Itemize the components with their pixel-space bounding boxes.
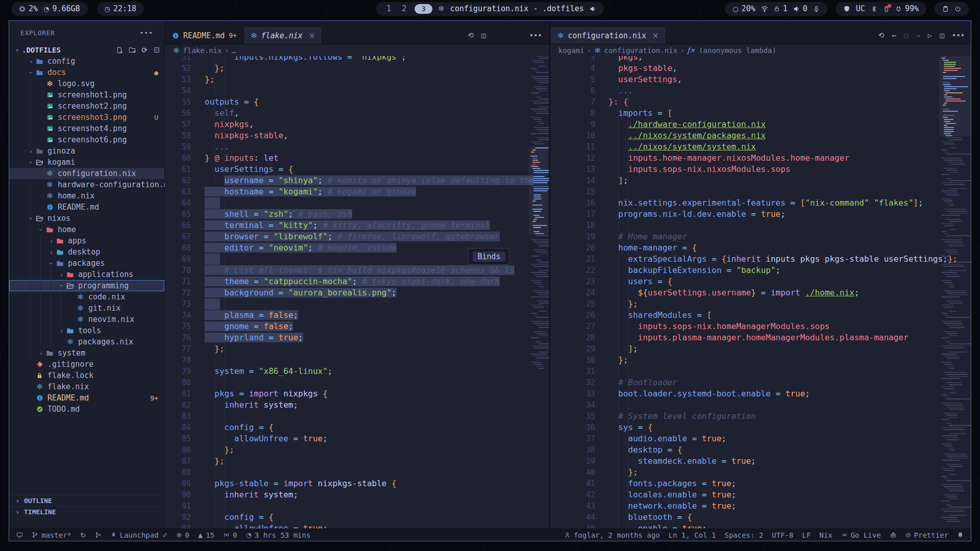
tree-item-screenshot1.png[interactable]: screenshot1.png bbox=[9, 89, 164, 101]
statusbar-item[interactable] bbox=[957, 532, 964, 538]
tree-item-flake.nix[interactable]: ❄flake.nix bbox=[9, 381, 164, 392]
workspace-2[interactable]: 2 bbox=[399, 4, 409, 13]
timeline-section[interactable]: › TIMELINE bbox=[9, 506, 164, 517]
editor-action-button[interactable]: ▷ bbox=[928, 31, 932, 39]
explorer-more-actions-button[interactable]: ••• bbox=[140, 29, 153, 37]
breadcrumb-segment[interactable]: configuration.nix bbox=[604, 46, 677, 55]
tree-item-screenshot4.png[interactable]: screenshot4.png bbox=[9, 123, 164, 134]
tab-flake.nix[interactable]: ❄flake.nix× bbox=[244, 27, 322, 44]
editor-action-button[interactable]: ← bbox=[892, 31, 896, 39]
statusbar-item-3[interactable]: ◔3 hrs 53 mins bbox=[246, 531, 310, 539]
device-item[interactable] bbox=[883, 6, 890, 12]
statusbar-item[interactable] bbox=[95, 532, 102, 538]
tree-item-configuration.nix[interactable]: ❄configuration.nix bbox=[9, 168, 164, 179]
editor-action-button[interactable]: ◫ bbox=[940, 31, 944, 39]
status-item[interactable] bbox=[761, 5, 768, 12]
tree-item-.gitignore[interactable]: .gitignore bbox=[9, 359, 164, 370]
editor-flake-nix[interactable]: 51 inputs.nixpkgs.follows = "nixpkgs";52… bbox=[165, 44, 549, 529]
refresh-button[interactable]: ⟳ bbox=[141, 46, 148, 54]
outline-section[interactable]: › OUTLINE bbox=[9, 495, 164, 506]
breadcrumb-segment[interactable]: (anonymous lambda) bbox=[699, 46, 776, 55]
tree-item-system[interactable]: ›system bbox=[9, 347, 164, 359]
tree-item-screenshot2.png[interactable]: screenshot2.png bbox=[9, 101, 164, 112]
breadcrumb-segment[interactable]: kogami bbox=[558, 46, 584, 55]
system-stat[interactable]: ◔9.66GB bbox=[43, 4, 80, 13]
statusbar-item-0[interactable]: 0 bbox=[223, 531, 237, 539]
new-folder-button[interactable] bbox=[129, 46, 136, 54]
tree-item-ginoza[interactable]: ›ginoza bbox=[9, 145, 164, 157]
statusbar-item-ln[interactable]: Ln 1, Col 1 bbox=[669, 531, 716, 539]
statusbar-item-0[interactable]: ⊗0 bbox=[177, 531, 189, 539]
device-item[interactable] bbox=[871, 6, 877, 12]
device-item[interactable]: 99% bbox=[895, 4, 919, 13]
new-file-button[interactable] bbox=[116, 46, 123, 54]
breadcrumb-segment[interactable]: flake.nix bbox=[183, 46, 222, 55]
clock-item[interactable]: ◷22:18 bbox=[105, 4, 137, 13]
tree-item-kogami[interactable]: ›kogami bbox=[9, 157, 164, 168]
status-item[interactable]: 1 bbox=[774, 4, 788, 13]
workspace-3[interactable]: 3 bbox=[414, 4, 432, 14]
tree-item-git.nix[interactable]: ❄git.nix bbox=[9, 303, 164, 314]
editor-action-button[interactable]: ••• bbox=[952, 31, 965, 39]
tab-readme.md[interactable]: README.md9+ bbox=[165, 27, 244, 44]
breadcrumb-segment[interactable]: … bbox=[232, 46, 236, 55]
tree-item-config[interactable]: ›config bbox=[9, 56, 164, 67]
minimap[interactable] bbox=[940, 44, 970, 529]
statusbar-item-15[interactable]: ▲15 bbox=[198, 531, 214, 539]
tree-item-nixos[interactable]: ›nixos bbox=[9, 213, 164, 224]
editor-action-button[interactable]: ••• bbox=[529, 31, 542, 39]
tree-item-docs[interactable]: ›docs● bbox=[9, 67, 164, 78]
tree-item-desktop[interactable]: ›desktop bbox=[9, 246, 164, 258]
workspace-1[interactable]: 1 bbox=[384, 4, 394, 13]
breadcrumbs-right[interactable]: kogami›❄configuration.nix›ƒ×(anonymous l… bbox=[550, 44, 971, 56]
minimap-slider[interactable] bbox=[939, 48, 971, 136]
tree-item-logo.svg[interactable]: ✻logo.svg bbox=[9, 78, 164, 89]
breadcrumbs-left[interactable]: ❄flake.nix›… bbox=[165, 44, 549, 56]
minimap[interactable] bbox=[530, 44, 547, 529]
tree-item-home[interactable]: ›home bbox=[9, 224, 164, 235]
tree-item-todo.md[interactable]: TODO.md bbox=[9, 404, 164, 415]
system-stat[interactable]: 2% bbox=[19, 4, 38, 13]
close-icon[interactable]: × bbox=[652, 31, 659, 40]
device-item[interactable]: UC bbox=[856, 4, 865, 13]
tree-item-home.nix[interactable]: ❄home.nix bbox=[9, 190, 164, 202]
editor-action-button[interactable]: ⟲ bbox=[878, 31, 885, 39]
tree-item-readme.md[interactable]: README.md bbox=[9, 202, 164, 213]
status-item[interactable]: ○20% bbox=[732, 4, 755, 13]
close-icon[interactable]: × bbox=[309, 31, 315, 40]
tree-item-flake.lock[interactable]: flake.lock bbox=[9, 370, 164, 381]
editor-action-button[interactable]: ⟲ bbox=[468, 31, 474, 39]
statusbar-item-go[interactable]: Go Live bbox=[841, 531, 881, 539]
tree-item-apps[interactable]: ›apps bbox=[9, 235, 164, 246]
editor-action-button[interactable]: ◫ bbox=[481, 31, 485, 39]
tab-configuration.nix[interactable]: ❄configuration.nix× bbox=[551, 27, 666, 44]
editor-action-button[interactable]: ○ bbox=[904, 31, 908, 39]
tree-item-packages[interactable]: ›packages bbox=[9, 258, 164, 269]
statusbar-item-spaces[interactable]: Spaces: 2 bbox=[724, 531, 763, 539]
power-item[interactable] bbox=[942, 6, 949, 12]
tree-item-screenshot6.png[interactable]: screenshot6.png bbox=[9, 134, 164, 145]
device-item[interactable] bbox=[843, 5, 850, 12]
power-item[interactable] bbox=[954, 6, 961, 12]
statusbar-item-master*[interactable]: master* bbox=[32, 531, 71, 539]
statusbar-item[interactable] bbox=[16, 532, 23, 538]
tree-root-dotfiles[interactable]: ›.DOTFILES⟳ bbox=[9, 44, 164, 56]
statusbar-item[interactable] bbox=[890, 532, 897, 539]
tree-item-applications[interactable]: ›applications bbox=[9, 269, 164, 280]
statusbar-item-utf-8[interactable]: UTF-8 bbox=[772, 531, 793, 539]
tree-item-programming[interactable]: ›programming bbox=[9, 280, 164, 291]
tree-item-tools[interactable]: ›tools bbox=[9, 325, 164, 336]
statusbar-item-nix[interactable]: Nix bbox=[819, 531, 832, 539]
statusbar-item-foglar[interactable]: foglar, 2 months ago bbox=[564, 531, 660, 539]
status-item[interactable] bbox=[813, 6, 820, 12]
tree-item-hardware-configuration.nix[interactable]: ❄hardware-configuration.nix bbox=[9, 179, 164, 190]
editor-configuration-nix[interactable]: 3 pkgs,4 pkgs-stable,5 userSettings,6 ..… bbox=[550, 44, 971, 529]
tree-item-screenshot3.png[interactable]: screenshot3.pngU bbox=[9, 112, 164, 123]
minimap-slider[interactable] bbox=[529, 146, 548, 234]
tree-item-packages.nix[interactable]: ❄packages.nix bbox=[9, 336, 164, 347]
statusbar-item-prettier[interactable]: ⊘Prettier bbox=[905, 531, 948, 539]
tree-item-code.nix[interactable]: ❄code.nix bbox=[9, 291, 164, 303]
statusbar-item-lf[interactable]: LF bbox=[802, 531, 811, 539]
tree-item-readme.md[interactable]: README.md9+ bbox=[9, 392, 164, 404]
collapse-all-button[interactable] bbox=[153, 46, 160, 54]
